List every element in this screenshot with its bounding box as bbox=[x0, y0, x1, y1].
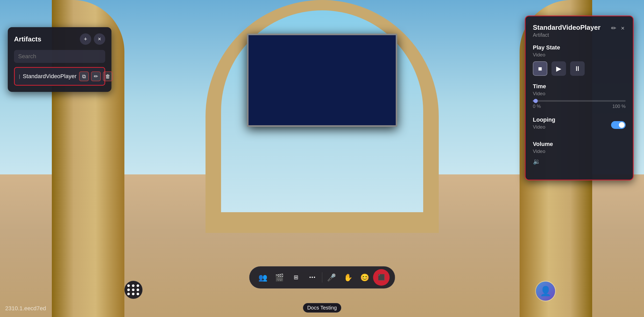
looping-section: Looping Video bbox=[533, 116, 626, 134]
toolbar-tooltip: Docs Testing bbox=[303, 303, 341, 313]
looping-sub: Video bbox=[533, 124, 555, 130]
toolbar-separator bbox=[322, 272, 322, 283]
volume-row: 🔉 bbox=[533, 158, 626, 165]
video-button[interactable]: 🎬 bbox=[271, 269, 288, 286]
video-panel-header-actions: ✏ × bbox=[610, 24, 626, 33]
add-artifact-button[interactable]: + bbox=[80, 33, 91, 45]
artifacts-icon: ⬛ bbox=[378, 274, 385, 281]
video-icon: 🎬 bbox=[275, 273, 284, 282]
version-label: 2310.1.eecd7ed bbox=[5, 305, 46, 312]
volume-title: Volume bbox=[533, 141, 626, 148]
stop-icon: ■ bbox=[538, 65, 542, 73]
looping-toggle[interactable] bbox=[611, 121, 626, 129]
search-input[interactable] bbox=[14, 50, 105, 63]
looping-label-block: Looping Video bbox=[533, 116, 555, 134]
artifacts-panel: Artifacts + × | StandardVideoPlayer ⧉ ✏ … bbox=[8, 27, 111, 92]
artifacts-button[interactable]: ⬛ bbox=[373, 269, 390, 286]
video-panel-title: StandardVideoPlayer bbox=[533, 24, 600, 32]
grid-icon bbox=[127, 284, 140, 295]
avatar-button[interactable]: 👤 bbox=[535, 281, 556, 301]
artifacts-header: Artifacts + × bbox=[14, 33, 105, 45]
toggle-thumb bbox=[619, 122, 625, 128]
stop-button[interactable]: ■ bbox=[533, 61, 547, 76]
time-section: Time Video 0 % 100 % bbox=[533, 83, 626, 109]
more-button[interactable]: ••• bbox=[304, 269, 321, 286]
artifacts-title: Artifacts bbox=[14, 35, 41, 43]
trash-icon: 🗑 bbox=[105, 73, 110, 79]
artifact-cursor-icon: | bbox=[19, 74, 20, 79]
bottom-toolbar: 👥 🎬 ⊞ ••• 🎤 ✋ 😊 ⬛ bbox=[249, 266, 395, 289]
layout-icon: ⊞ bbox=[294, 274, 298, 281]
play-state-title: Play State bbox=[533, 44, 626, 51]
time-slider[interactable] bbox=[533, 100, 626, 102]
tv-screen bbox=[247, 34, 397, 127]
more-icon: ••• bbox=[309, 275, 316, 280]
artifact-name-label: StandardVideoPlayer bbox=[23, 73, 77, 80]
avatar-image: 👤 bbox=[536, 282, 555, 301]
time-slider-row bbox=[533, 100, 626, 102]
time-sub: Video bbox=[533, 91, 626, 97]
copy-icon: ⧉ bbox=[82, 73, 86, 79]
volume-sub: Video bbox=[533, 149, 626, 154]
edit-icon: ✏ bbox=[94, 73, 98, 79]
people-button[interactable]: 👥 bbox=[254, 269, 271, 286]
avatar-icon: 👤 bbox=[540, 286, 551, 297]
volume-icon: 🔉 bbox=[533, 158, 541, 165]
artifact-list-item[interactable]: | StandardVideoPlayer ⧉ ✏ 🗑 bbox=[14, 67, 105, 86]
close-video-panel-button[interactable]: × bbox=[620, 24, 626, 33]
play-icon: ▶ bbox=[556, 65, 561, 73]
pause-icon: ⏸ bbox=[574, 65, 581, 73]
time-title: Time bbox=[533, 83, 626, 90]
close-artifacts-button[interactable]: × bbox=[94, 33, 105, 45]
mic-icon: 🎤 bbox=[327, 273, 336, 282]
slider-max-label: 100 % bbox=[612, 104, 626, 109]
video-player-panel: StandardVideoPlayer Artifact ✏ × Play St… bbox=[525, 16, 634, 180]
edit-video-panel-button[interactable]: ✏ bbox=[610, 24, 617, 33]
delete-artifact-button[interactable]: 🗑 bbox=[103, 71, 113, 81]
video-panel-header: StandardVideoPlayer Artifact ✏ × bbox=[533, 24, 626, 38]
layout-button[interactable]: ⊞ bbox=[288, 269, 304, 286]
looping-title: Looping bbox=[533, 116, 555, 123]
video-panel-title-block: StandardVideoPlayer Artifact bbox=[533, 24, 600, 38]
slider-thumb bbox=[534, 99, 538, 103]
video-panel-subtitle: Artifact bbox=[533, 32, 600, 38]
slider-min-label: 0 % bbox=[533, 104, 541, 109]
people-icon: 👥 bbox=[258, 273, 267, 282]
hand-icon: ✋ bbox=[344, 273, 353, 282]
play-state-section: Play State Video ■ ▶ ⏸ bbox=[533, 44, 626, 76]
slider-labels: 0 % 100 % bbox=[533, 104, 626, 109]
artifact-actions: ⧉ ✏ 🗑 bbox=[79, 71, 113, 81]
mic-button[interactable]: 🎤 bbox=[323, 269, 340, 286]
play-button[interactable]: ▶ bbox=[551, 61, 566, 76]
emoji-button[interactable]: 😊 bbox=[356, 269, 373, 286]
hand-button[interactable]: ✋ bbox=[340, 269, 356, 286]
play-state-sub: Video bbox=[533, 52, 626, 58]
play-state-buttons: ■ ▶ ⏸ bbox=[533, 61, 626, 76]
looping-row: Looping Video bbox=[533, 116, 626, 134]
grid-menu-button[interactable] bbox=[124, 281, 143, 299]
emoji-icon: 😊 bbox=[360, 273, 369, 282]
pause-button[interactable]: ⏸ bbox=[570, 61, 585, 76]
artifacts-header-buttons: + × bbox=[80, 33, 105, 45]
copy-artifact-button[interactable]: ⧉ bbox=[79, 71, 89, 81]
volume-section: Volume Video 🔉 bbox=[533, 141, 626, 165]
edit-artifact-button[interactable]: ✏ bbox=[91, 71, 101, 81]
